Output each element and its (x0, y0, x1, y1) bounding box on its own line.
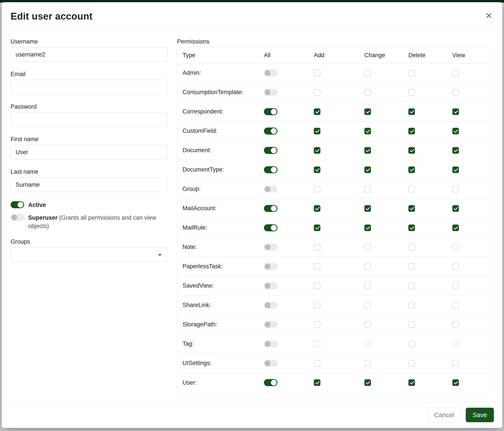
permission-change-checkbox[interactable] (364, 70, 371, 76)
permission-delete-checkbox[interactable] (408, 186, 415, 192)
email-input[interactable] (10, 80, 167, 94)
permission-delete-checkbox[interactable] (408, 108, 415, 115)
permission-view-checkbox[interactable] (452, 379, 459, 386)
permission-all-toggle[interactable] (264, 341, 278, 347)
permission-change-checkbox[interactable] (364, 205, 371, 212)
permission-add-checkbox[interactable] (314, 186, 320, 192)
permission-add-checkbox[interactable] (314, 360, 320, 367)
permission-view-checkbox[interactable] (452, 147, 459, 154)
permission-view-checkbox[interactable] (452, 186, 459, 192)
permission-change-checkbox[interactable] (364, 263, 371, 270)
permission-delete-checkbox[interactable] (408, 70, 415, 76)
permission-change-checkbox[interactable] (364, 379, 371, 386)
permission-change-checkbox[interactable] (364, 166, 371, 173)
permission-add-checkbox[interactable] (314, 70, 320, 76)
permission-delete-checkbox[interactable] (408, 244, 415, 251)
permission-change-checkbox[interactable] (364, 89, 371, 96)
permission-view-checkbox[interactable] (452, 283, 459, 289)
permission-delete-checkbox[interactable] (408, 341, 415, 347)
permission-change-checkbox[interactable] (364, 341, 371, 347)
permission-add-cell (314, 263, 364, 270)
permission-delete-checkbox[interactable] (408, 283, 415, 289)
permission-view-checkbox[interactable] (452, 128, 459, 134)
permission-delete-checkbox[interactable] (408, 89, 415, 96)
permission-view-checkbox[interactable] (452, 341, 459, 347)
permission-delete-checkbox[interactable] (408, 205, 415, 212)
superuser-toggle[interactable] (10, 214, 24, 221)
permission-change-checkbox[interactable] (364, 224, 371, 231)
permission-view-checkbox[interactable] (452, 360, 459, 367)
permission-all-cell (264, 282, 314, 289)
permission-add-checkbox[interactable] (314, 283, 320, 289)
permission-all-toggle[interactable] (264, 166, 278, 173)
permission-all-toggle[interactable] (264, 302, 278, 309)
permission-add-checkbox[interactable] (314, 224, 320, 231)
permission-add-checkbox[interactable] (314, 128, 320, 134)
permission-all-toggle[interactable] (264, 127, 278, 135)
permission-all-toggle[interactable] (264, 321, 278, 328)
permission-all-toggle[interactable] (264, 379, 278, 386)
permission-all-toggle[interactable] (264, 360, 278, 367)
permission-change-checkbox[interactable] (364, 186, 371, 192)
permission-delete-checkbox[interactable] (408, 128, 415, 134)
groups-select[interactable] (10, 247, 167, 262)
permission-change-checkbox[interactable] (364, 128, 371, 134)
username-input[interactable] (10, 47, 167, 62)
permission-delete-checkbox[interactable] (408, 379, 415, 386)
permission-all-toggle[interactable] (264, 224, 278, 231)
permission-all-toggle[interactable] (264, 70, 278, 77)
permission-all-toggle[interactable] (264, 244, 278, 251)
permission-all-toggle[interactable] (264, 147, 278, 154)
permission-delete-checkbox[interactable] (408, 147, 415, 154)
permission-view-checkbox[interactable] (452, 166, 459, 173)
permission-add-checkbox[interactable] (314, 147, 320, 154)
last-name-input[interactable] (10, 178, 167, 192)
permission-add-checkbox[interactable] (314, 205, 320, 212)
permission-add-checkbox[interactable] (314, 244, 320, 251)
permission-change-checkbox[interactable] (364, 108, 371, 115)
permission-change-checkbox[interactable] (364, 244, 371, 251)
permission-add-checkbox[interactable] (314, 166, 320, 173)
permission-change-checkbox[interactable] (364, 321, 371, 328)
permission-add-cell (314, 128, 364, 134)
permission-view-checkbox[interactable] (452, 108, 459, 115)
permission-view-checkbox[interactable] (452, 70, 459, 76)
permission-change-checkbox[interactable] (364, 302, 371, 308)
permission-change-checkbox[interactable] (364, 360, 371, 367)
permission-add-checkbox[interactable] (314, 89, 320, 96)
permission-view-checkbox[interactable] (452, 263, 459, 270)
permission-delete-checkbox[interactable] (408, 302, 415, 308)
permission-all-toggle[interactable] (264, 263, 278, 270)
permission-view-checkbox[interactable] (452, 302, 459, 308)
permission-all-toggle[interactable] (264, 108, 278, 115)
password-input[interactable] (10, 112, 167, 127)
permission-row: StoragePath: (177, 315, 493, 334)
permission-view-checkbox[interactable] (452, 244, 459, 251)
permission-view-checkbox[interactable] (452, 205, 459, 212)
permission-change-checkbox[interactable] (364, 147, 371, 154)
permission-change-checkbox[interactable] (364, 283, 371, 289)
permission-delete-checkbox[interactable] (408, 360, 415, 367)
permission-add-checkbox[interactable] (314, 263, 320, 270)
permission-all-toggle[interactable] (264, 282, 278, 289)
permission-view-checkbox[interactable] (452, 224, 459, 231)
permission-all-toggle[interactable] (264, 89, 278, 96)
first-name-input[interactable] (10, 145, 167, 159)
permission-view-checkbox[interactable] (452, 321, 459, 328)
close-icon[interactable]: × (484, 11, 494, 20)
active-toggle[interactable] (10, 201, 24, 208)
permission-all-toggle[interactable] (264, 186, 278, 193)
permission-add-checkbox[interactable] (314, 321, 320, 328)
permission-delete-checkbox[interactable] (408, 321, 415, 328)
permission-delete-checkbox[interactable] (408, 263, 415, 270)
permission-add-checkbox[interactable] (314, 108, 320, 115)
permission-delete-checkbox[interactable] (408, 166, 415, 173)
permission-delete-checkbox[interactable] (408, 224, 415, 231)
permission-add-checkbox[interactable] (314, 302, 320, 308)
permission-add-checkbox[interactable] (314, 341, 320, 347)
permission-all-toggle[interactable] (264, 205, 278, 212)
permission-view-checkbox[interactable] (452, 89, 459, 96)
permission-add-checkbox[interactable] (314, 379, 320, 386)
cancel-button[interactable]: Cancel (427, 408, 461, 422)
save-button[interactable]: Save (466, 408, 494, 422)
